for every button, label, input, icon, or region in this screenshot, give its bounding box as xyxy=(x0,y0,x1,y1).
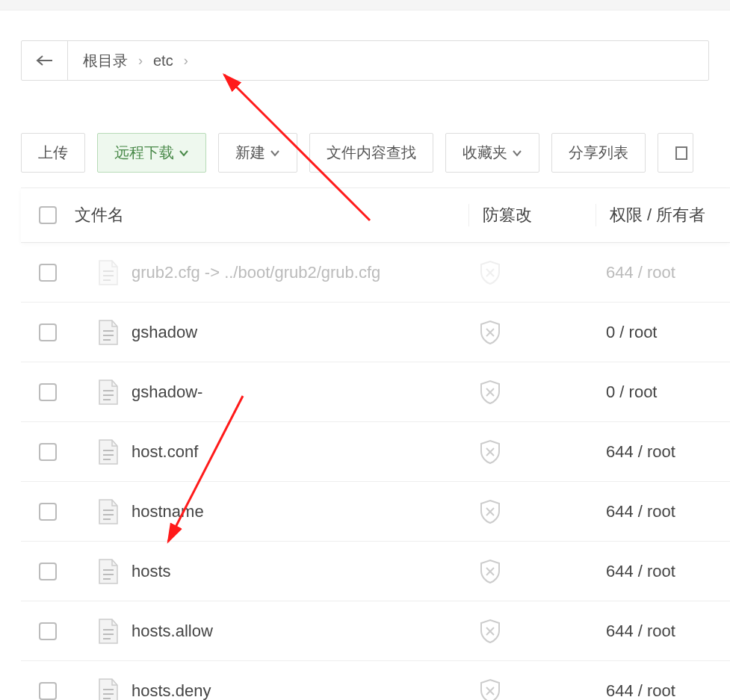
toolbar: 上传 远程下载 新建 文件内容查找 收藏夹 分享列表 xyxy=(21,133,709,173)
breadcrumb-root[interactable]: 根目录 xyxy=(80,51,131,71)
file-name[interactable]: hosts xyxy=(132,562,171,581)
breadcrumb-bar: 根目录 › etc › xyxy=(21,40,709,81)
select-all-checkbox[interactable] xyxy=(39,206,57,224)
tamper-cell[interactable] xyxy=(468,499,596,524)
shield-x-icon xyxy=(479,559,501,584)
table-row[interactable]: hostname 644 / root xyxy=(21,481,730,541)
row-checkbox[interactable] xyxy=(39,682,57,700)
upload-button[interactable]: 上传 xyxy=(21,133,85,173)
table-row[interactable]: gshadow- 0 / root xyxy=(21,362,730,421)
svg-rect-1 xyxy=(676,147,687,159)
tamper-cell[interactable] xyxy=(468,439,596,465)
row-checkbox[interactable] xyxy=(39,503,57,521)
file-icon xyxy=(97,259,120,286)
table-row[interactable]: hosts 644 / root xyxy=(21,541,730,601)
perm-cell: 644 / root xyxy=(596,442,730,462)
share-list-label: 分享列表 xyxy=(569,143,628,163)
shield-x-icon xyxy=(479,678,501,701)
table-row[interactable]: gshadow 0 / root xyxy=(21,302,730,362)
breadcrumb-item-etc[interactable]: etc xyxy=(150,52,176,69)
file-name[interactable]: hostname xyxy=(132,502,204,521)
file-icon xyxy=(97,558,120,585)
file-name[interactable]: gshadow- xyxy=(132,382,202,402)
row-checkbox[interactable] xyxy=(39,622,57,640)
clipped-button[interactable] xyxy=(658,133,693,173)
file-name[interactable]: gshadow xyxy=(132,323,197,342)
arrow-left-icon xyxy=(36,55,54,66)
new-label: 新建 xyxy=(235,143,265,163)
table-row[interactable]: host.conf 644 / root xyxy=(21,421,730,481)
chevron-down-icon xyxy=(270,149,280,157)
shield-x-icon xyxy=(479,380,501,405)
file-content-search-label: 文件内容查找 xyxy=(327,143,416,163)
back-button[interactable] xyxy=(22,41,68,80)
window-topbar xyxy=(0,0,730,10)
header-tamper[interactable]: 防篡改 xyxy=(468,204,596,226)
file-name[interactable]: hosts.deny xyxy=(132,681,211,701)
file-icon xyxy=(97,498,120,525)
file-icon xyxy=(97,379,120,406)
chevron-right-icon: › xyxy=(176,53,196,69)
perm-cell: 0 / root xyxy=(596,382,730,402)
upload-label: 上传 xyxy=(38,143,68,163)
new-button[interactable]: 新建 xyxy=(218,133,297,173)
row-checkbox[interactable] xyxy=(39,563,57,580)
file-icon xyxy=(97,678,120,701)
header-name[interactable]: 文件名 xyxy=(75,204,468,226)
row-checkbox[interactable] xyxy=(39,443,57,461)
tamper-cell[interactable] xyxy=(468,559,596,584)
clipped-icon xyxy=(675,146,688,161)
tamper-cell[interactable] xyxy=(468,260,596,285)
shield-x-icon xyxy=(479,320,501,345)
file-content-search-button[interactable]: 文件内容查找 xyxy=(309,133,433,173)
tamper-cell[interactable] xyxy=(468,678,596,701)
row-checkbox[interactable] xyxy=(39,323,57,341)
shield-x-icon xyxy=(479,439,501,465)
chevron-down-icon xyxy=(512,149,522,157)
chevron-down-icon xyxy=(179,149,189,157)
table-body: grub2.cfg -> ../boot/grub2/grub.cfg 644 … xyxy=(21,242,730,700)
breadcrumb: 根目录 › etc › xyxy=(68,41,196,80)
favorites-label: 收藏夹 xyxy=(463,143,507,163)
table-row[interactable]: grub2.cfg -> ../boot/grub2/grub.cfg 644 … xyxy=(21,242,730,302)
file-name[interactable]: hosts.allow xyxy=(132,622,213,641)
share-list-button[interactable]: 分享列表 xyxy=(551,133,646,173)
remote-download-button[interactable]: 远程下载 xyxy=(97,133,206,173)
perm-cell: 0 / root xyxy=(596,323,730,342)
file-icon xyxy=(97,618,120,645)
table-row[interactable]: hosts.allow 644 / root xyxy=(21,601,730,660)
row-checkbox[interactable] xyxy=(39,264,57,282)
tamper-cell[interactable] xyxy=(468,320,596,345)
shield-x-icon xyxy=(479,260,501,285)
shield-x-icon xyxy=(479,619,501,644)
tamper-cell[interactable] xyxy=(468,380,596,405)
perm-cell: 644 / root xyxy=(596,622,730,641)
file-name[interactable]: grub2.cfg -> ../boot/grub2/grub.cfg xyxy=(132,263,380,282)
remote-download-label: 远程下载 xyxy=(114,143,174,163)
perm-cell: 644 / root xyxy=(596,562,730,581)
favorites-button[interactable]: 收藏夹 xyxy=(445,133,539,173)
perm-cell: 644 / root xyxy=(596,502,730,521)
file-icon xyxy=(97,319,120,346)
file-icon xyxy=(97,439,120,465)
shield-x-icon xyxy=(479,499,501,524)
header-perm[interactable]: 权限 / 所有者 xyxy=(596,204,730,226)
file-name[interactable]: host.conf xyxy=(132,442,198,462)
row-checkbox[interactable] xyxy=(39,383,57,401)
table-row[interactable]: hosts.deny 644 / root xyxy=(21,660,730,700)
perm-cell: 644 / root xyxy=(596,681,730,701)
file-table: 文件名 防篡改 权限 / 所有者 grub2.cfg -> ../boot/gr… xyxy=(21,188,730,700)
tamper-cell[interactable] xyxy=(468,619,596,644)
table-header: 文件名 防篡改 权限 / 所有者 xyxy=(21,188,730,242)
chevron-right-icon: › xyxy=(131,53,150,69)
perm-cell: 644 / root xyxy=(596,263,730,282)
